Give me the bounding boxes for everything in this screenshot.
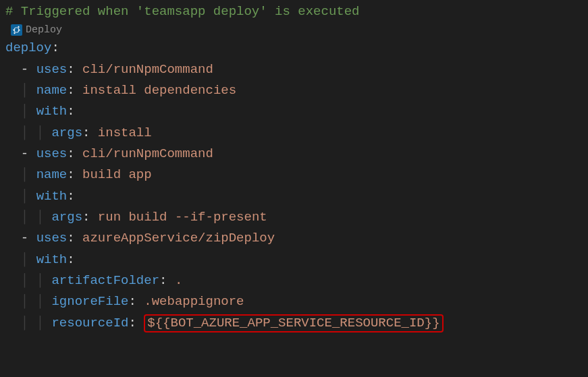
comment-line: # Triggered when 'teamsapp deploy' is ex…: [5, 1, 583, 22]
item0-args-line: │ │ args: install: [5, 123, 583, 144]
args-value: install: [98, 125, 152, 140]
refresh-icon: [11, 24, 22, 36]
name-value: build app: [82, 167, 152, 182]
item2-ignore-line: │ │ ignoreFile: .webappignore: [5, 291, 583, 312]
uses-key: uses: [36, 231, 68, 245]
codelens-deploy[interactable]: Deploy: [5, 23, 583, 37]
deploy-key-line: deploy:: [5, 38, 583, 59]
args-key: args: [51, 125, 82, 140]
with-key: with: [36, 189, 68, 204]
name-value: install dependencies: [82, 83, 236, 98]
artifact-folder-value: .: [175, 273, 182, 288]
item0-with-line: │ with:: [5, 101, 583, 122]
item1-uses-line: - uses: cli/runNpmCommand: [5, 144, 583, 165]
yaml-comment: # Triggered when 'teamsapp deploy' is ex…: [5, 4, 360, 19]
item2-artifact-line: │ │ artifactFolder: .: [5, 270, 583, 291]
item0-name-line: │ name: install dependencies: [5, 80, 583, 101]
highlighted-value: ${{BOT_AZURE_APP_SERVICE_RESOURCE_ID}}: [144, 314, 443, 332]
item2-resource-line: │ │ resourceId: ${{BOT_AZURE_APP_SERVICE…: [5, 313, 583, 334]
item1-name-line: │ name: build app: [5, 165, 583, 185]
resource-id-key: resourceId: [51, 316, 128, 330]
with-key: with: [36, 252, 68, 267]
uses-value: cli/runNpmCommand: [82, 62, 213, 77]
uses-key: uses: [36, 62, 68, 77]
args-value: run build --if-present: [98, 210, 267, 225]
ignore-file-key: ignoreFile: [51, 294, 128, 309]
item0-uses-line: - uses: cli/runNpmCommand: [5, 59, 583, 80]
deploy-key: deploy: [5, 40, 51, 55]
item1-args-line: │ │ args: run build --if-present: [5, 207, 583, 228]
name-key: name: [36, 167, 68, 182]
artifact-folder-key: artifactFolder: [51, 273, 159, 288]
name-key: name: [36, 83, 68, 98]
uses-key: uses: [36, 146, 68, 161]
item2-uses-line: - uses: azureAppService/zipDeploy: [5, 228, 583, 249]
uses-value: cli/runNpmCommand: [82, 146, 213, 161]
args-key: args: [51, 210, 82, 225]
code-editor-area[interactable]: # Triggered when 'teamsapp deploy' is ex…: [5, 1, 583, 334]
resource-id-value: ${{BOT_AZURE_APP_SERVICE_RESOURCE_ID}}: [147, 316, 439, 330]
item2-with-line: │ with:: [5, 250, 583, 270]
ignore-file-value: .webappignore: [144, 294, 244, 309]
with-key: with: [36, 104, 68, 119]
uses-value: azureAppService/zipDeploy: [82, 231, 275, 245]
codelens-label: Deploy: [26, 23, 62, 37]
item1-with-line: │ with:: [5, 186, 583, 207]
